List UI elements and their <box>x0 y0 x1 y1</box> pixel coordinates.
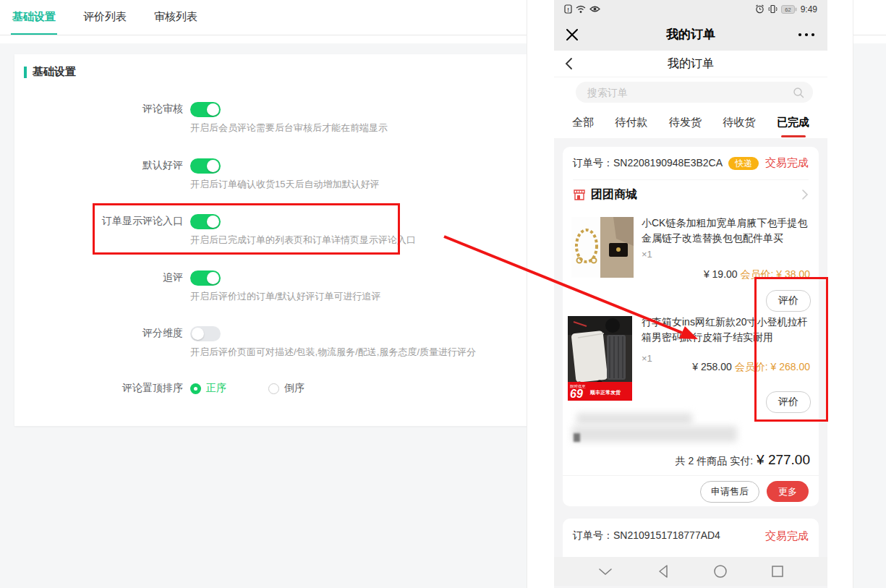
store-icon <box>573 189 586 201</box>
product-qty: ×1 <box>642 249 652 260</box>
setting-help: 开启后评价过的订单/默认好评订单可进行追评 <box>190 289 521 304</box>
setting-help: 开启后评价页面可对描述/包装,物流服务/配送,服务态度/质量进行评分 <box>190 345 521 359</box>
phone-nav-title: 我的订单 <box>554 26 827 43</box>
order-status: 交易完成 <box>765 156 809 170</box>
section-header: 基础设置 <box>24 65 76 79</box>
member-price: ¥ 38.00 <box>776 268 810 280</box>
blurred-address-block <box>572 410 746 446</box>
order-header: 订单号：SN2109151718777AD4 交易完成 <box>573 519 809 553</box>
toggle-knob <box>192 328 204 340</box>
more-button[interactable]: 更多 <box>767 481 809 502</box>
review-button[interactable]: 评价 <box>766 290 811 312</box>
android-home-icon[interactable] <box>713 564 728 579</box>
tab-audit-list[interactable]: 审核列表 <box>153 0 199 35</box>
search-section <box>554 77 827 108</box>
tab-completed[interactable]: 已完成 <box>777 116 809 131</box>
radio-option-desc[interactable]: 倒序 <box>268 382 304 395</box>
order-no-label: 订单号： <box>573 529 613 541</box>
toggle-knob <box>207 103 219 116</box>
courier-badge: 快递 <box>728 157 759 170</box>
alarm-icon <box>755 4 764 14</box>
default-good-toggle[interactable] <box>190 158 221 174</box>
comment-audit-toggle[interactable] <box>190 102 221 117</box>
order-no-value: SN2109151718777AD4 <box>613 529 720 541</box>
setting-label: 默认好评 <box>14 159 183 172</box>
search-input[interactable] <box>576 82 813 103</box>
tab-all[interactable]: 全部 <box>572 116 594 131</box>
shop-row[interactable]: 团团商城 <box>573 179 809 210</box>
member-price-label: 会员价: <box>741 268 774 280</box>
blurred-text-line <box>572 426 737 442</box>
app-header: 我的订单 <box>554 51 827 77</box>
product-image-suitcase[interactable]: 限时低至 69 顺丰正常发货 <box>568 316 632 401</box>
clock-time: 9:49 <box>801 4 817 14</box>
tab-basic-settings[interactable]: 基础设置 <box>11 0 57 35</box>
tab-pending-payment[interactable]: 待付款 <box>615 116 648 131</box>
phone-screenshot-panel: ! 62 9:49 我的订单 我的订单 全部 待 <box>527 0 853 588</box>
radio-selected-icon <box>190 383 201 394</box>
order-no-value: SN2208190948E3B2CA <box>613 157 723 169</box>
order-total-row: 共 2 件商品 实付: ¥ 277.00 <box>676 452 810 468</box>
setting-row-rating-dimension: 评分维度 开启后评价页面可对描述/包装,物流服务/配送,服务态度/质量进行评分 <box>14 325 521 359</box>
sim-alert-icon: ! <box>564 4 572 14</box>
product-image-bag[interactable] <box>571 217 634 278</box>
promo-strip: 限时低至 69 顺丰正常发货 <box>568 382 632 401</box>
tab-pending-shipment[interactable]: 待发货 <box>669 116 702 131</box>
setting-help: 开启后会员评论需要后台审核后才能在前端显示 <box>190 121 521 135</box>
order-list: 订单号：SN2208190948E3B2CA 快递 交易完成 团团商城 <box>554 139 827 588</box>
order-card: 订单号：SN2208190948E3B2CA 快递 交易完成 团团商城 <box>563 147 819 506</box>
rating-dimension-toggle[interactable] <box>190 326 221 341</box>
member-price-label: 会员价: <box>735 361 768 372</box>
product-title[interactable]: 行李箱女ins网红新款20寸小登机拉杆箱男密码旅行皮箱子结实耐用 <box>642 315 812 345</box>
shop-name: 团团商城 <box>591 187 637 203</box>
android-back-icon[interactable] <box>657 564 670 579</box>
section-accent-bar <box>24 67 27 78</box>
phone-screen: ! 62 9:49 我的订单 我的订单 全部 待 <box>554 0 827 588</box>
more-menu-icon[interactable] <box>797 32 816 38</box>
setting-row-order-review-entry: 订单显示评论入口 开启后已完成订单的列表页和订单详情页显示评论入口 <box>14 213 521 247</box>
back-icon[interactable] <box>564 57 573 70</box>
phone-nav-bar: 我的订单 <box>554 18 827 51</box>
order-header: 订单号：SN2208190948E3B2CA 快递 交易完成 <box>573 147 809 180</box>
setting-label: 评分维度 <box>14 327 183 340</box>
setting-label: 订单显示评论入口 <box>14 215 183 228</box>
section-title: 基础设置 <box>33 65 76 79</box>
product-qty: ×1 <box>642 353 652 364</box>
active-tab-underline <box>781 135 806 137</box>
hide-navbar-icon[interactable] <box>597 566 613 576</box>
followup-toggle[interactable] <box>190 270 221 286</box>
review-button[interactable]: 评价 <box>766 391 811 413</box>
tab-pending-receipt[interactable]: 待收货 <box>723 116 756 131</box>
radio-unselected-icon <box>268 383 279 394</box>
product-price-line: ¥ 258.00 会员价: ¥ 268.00 <box>692 361 810 374</box>
tab-label: 已完成 <box>777 116 809 128</box>
product-title[interactable]: 小CK链条加粗加宽单肩腋下包手提包金属链子改造替换包包配件单买 <box>642 216 812 246</box>
android-nav-bar <box>554 557 827 586</box>
member-price: ¥ 268.00 <box>771 361 811 372</box>
promo-shipping-text: 顺丰正常发货 <box>590 389 621 401</box>
search-icon <box>793 87 804 98</box>
setting-help: 开启后已完成订单的列表页和订单详情页显示评论入口 <box>190 233 521 247</box>
setting-label: 追评 <box>14 271 183 284</box>
wifi-icon <box>576 5 586 14</box>
settings-card: 基础设置 评论审核 开启后会员评论需要后台审核后才能在前端显示 默认好评 开启后… <box>14 54 528 426</box>
close-icon[interactable] <box>566 28 579 41</box>
product-price-line: ¥ 19.00 会员价: ¥ 38.00 <box>704 268 810 281</box>
tab-review-list[interactable]: 评价列表 <box>82 0 128 35</box>
setting-help: 开启后订单确认收货15天后自动增加默认好评 <box>190 177 521 192</box>
order-actions-row: 申请售后 更多 <box>563 475 819 507</box>
toggle-knob <box>207 160 219 172</box>
promo-price-text: 69 <box>570 388 583 400</box>
setting-label: 评论置顶排序 <box>14 382 183 395</box>
chevron-right-icon <box>801 189 809 200</box>
radio-option-asc[interactable]: 正序 <box>190 382 226 395</box>
setting-row-comment-audit: 评论审核 开启后会员评论需要后台审核后才能在前端显示 <box>14 101 521 135</box>
order-review-entry-toggle[interactable] <box>190 214 221 229</box>
app-header-title: 我的订单 <box>554 56 827 72</box>
blurred-text-mark <box>574 433 580 442</box>
promo-small-text: 限时低至 <box>570 384 586 388</box>
android-recents-icon[interactable] <box>771 565 784 578</box>
setting-label: 评论审核 <box>14 103 183 116</box>
aftersale-button[interactable]: 申请售后 <box>700 481 759 503</box>
setting-row-followup: 追评 开启后评价过的订单/默认好评订单可进行追评 <box>14 269 521 304</box>
